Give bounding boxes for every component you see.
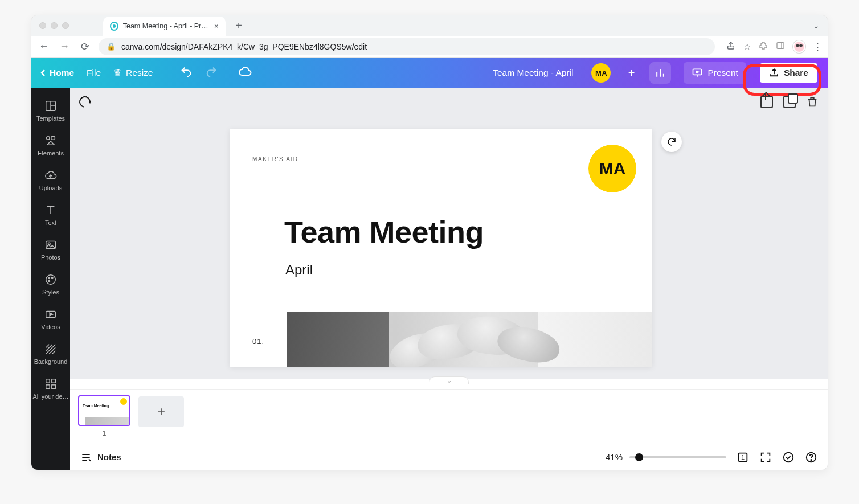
sidebar-item-label: All your de… <box>33 394 69 400</box>
browser-tab[interactable]: Team Meeting - April - Present × <box>103 17 226 36</box>
sidebar-item-label: Background <box>34 359 68 365</box>
presentation-icon <box>692 67 703 79</box>
zoom-value: 41% <box>606 452 623 462</box>
slide-subtitle[interactable]: April <box>285 262 313 278</box>
share-button[interactable]: Share <box>759 62 819 84</box>
tabs-chevron-icon[interactable]: ⌄ <box>813 21 820 30</box>
side-panel-icon[interactable] <box>776 41 785 52</box>
notes-label: Notes <box>97 452 121 462</box>
refresh-icon <box>666 137 677 147</box>
nav-reload-icon[interactable]: ⟳ <box>78 40 92 53</box>
zoom-slider[interactable] <box>629 456 726 458</box>
chevron-left-icon <box>40 69 46 77</box>
traffic-light-min[interactable] <box>51 22 58 29</box>
add-collaborator-button[interactable]: + <box>625 67 637 79</box>
resize-label: Resize <box>126 68 153 78</box>
slide-canvas[interactable]: MAKER'S AID MA Team Meeting April 01. <box>230 129 652 367</box>
sidebar-item-label: Templates <box>36 116 65 122</box>
resize-button[interactable]: ♛ Resize <box>113 68 153 78</box>
sidebar-item-label: Styles <box>42 289 59 296</box>
window-controls[interactable] <box>39 22 69 29</box>
export-page-icon[interactable] <box>760 96 773 108</box>
browser-toolbar: ← → ⟳ 🔒 canva.com/design/DAFAkZPK4_k/Cw_… <box>31 36 828 58</box>
traffic-light-max[interactable] <box>62 22 69 29</box>
extensions-icon[interactable] <box>759 41 768 52</box>
notes-button[interactable]: Notes <box>80 452 121 463</box>
crown-icon: ♛ <box>113 68 121 78</box>
slide-image[interactable] <box>287 312 652 367</box>
sidebar-item-videos[interactable]: Videos <box>31 302 70 337</box>
zoom-control: 41% <box>606 452 726 462</box>
filmstrip-collapse-handle[interactable]: ⌄ <box>70 379 828 389</box>
editor-stage[interactable]: MAKER'S AID MA Team Meeting April 01. <box>70 116 828 379</box>
slide-title[interactable]: Team Meeting <box>284 214 484 249</box>
present-button[interactable]: Present <box>684 62 746 84</box>
new-tab-button[interactable]: + <box>231 18 246 33</box>
svg-point-23 <box>784 452 793 462</box>
file-menu[interactable]: File <box>87 68 101 78</box>
svg-point-12 <box>46 275 56 285</box>
sidebar-item-all-designs[interactable]: All your de… <box>31 372 70 407</box>
undo-icon[interactable] <box>180 65 193 80</box>
collaborator-avatar[interactable]: MA <box>591 63 611 83</box>
add-slide-button[interactable]: + <box>138 396 184 427</box>
thumbnail-index: 1 <box>103 429 107 437</box>
slide-thumbnail[interactable]: Team Meeting 1 <box>78 395 130 437</box>
share-page-icon[interactable] <box>726 41 735 52</box>
svg-marker-9 <box>47 141 55 145</box>
insights-button[interactable] <box>649 62 671 84</box>
lock-icon: 🔒 <box>107 42 116 51</box>
side-panel: Templates Elements Uploads Text Photos S… <box>31 88 70 470</box>
sidebar-item-templates[interactable]: Templates <box>31 94 70 129</box>
slider-handle[interactable] <box>635 453 643 461</box>
sidebar-item-styles[interactable]: Styles <box>31 268 70 302</box>
thumbnail-title: Team Meeting <box>83 404 109 408</box>
canvas-area: MAKER'S AID MA Team Meeting April 01. <box>70 88 828 470</box>
url-text: canva.com/design/DAFAkZPK4_k/Cw_3g_PQE9E… <box>121 42 367 51</box>
browser-tab-strip: Team Meeting - April - Present × + ⌄ <box>31 15 828 36</box>
tab-close-icon[interactable]: × <box>213 22 220 31</box>
traffic-light-close[interactable] <box>39 22 46 29</box>
svg-point-14 <box>51 277 53 279</box>
fullscreen-button[interactable] <box>759 451 772 464</box>
delete-page-icon[interactable] <box>806 96 819 108</box>
address-bar[interactable]: 🔒 canva.com/design/DAFAkZPK4_k/Cw_3g_PQE… <box>99 38 715 55</box>
browser-extension-icons: ☆ ⋮ <box>726 40 822 53</box>
slide-page-number[interactable]: 01. <box>252 337 264 346</box>
present-label: Present <box>707 68 738 78</box>
filmstrip: Team Meeting 1 + <box>70 389 828 444</box>
nav-forward-icon: → <box>58 40 71 52</box>
workspace: Templates Elements Uploads Text Photos S… <box>31 88 828 470</box>
file-label: File <box>87 68 101 78</box>
footer-bar: Notes 41% 1 <box>70 444 828 470</box>
svg-rect-1 <box>777 43 784 49</box>
duplicate-page-icon[interactable] <box>783 96 796 108</box>
cloud-sync-icon[interactable] <box>238 65 252 81</box>
regenerate-button[interactable] <box>661 132 682 152</box>
home-button[interactable]: Home <box>40 68 74 78</box>
svg-rect-20 <box>46 385 50 388</box>
sidebar-item-photos[interactable]: Photos <box>31 233 70 268</box>
svg-rect-8 <box>51 137 55 140</box>
sidebar-item-label: Videos <box>41 324 60 330</box>
svg-point-25 <box>811 459 811 460</box>
canva-favicon <box>110 22 118 31</box>
sidebar-item-text[interactable]: Text <box>31 198 70 233</box>
sidebar-item-label: Elements <box>38 150 64 157</box>
status-check-icon[interactable] <box>782 451 795 464</box>
sidebar-item-elements[interactable]: Elements <box>31 129 70 163</box>
help-button[interactable] <box>805 451 817 464</box>
nav-back-icon[interactable]: ← <box>37 40 51 52</box>
bookmark-star-icon[interactable]: ☆ <box>743 42 751 52</box>
upload-icon <box>769 68 779 78</box>
document-title[interactable]: Team Meeting - April <box>493 68 573 78</box>
slide-brand-text[interactable]: MAKER'S AID <box>252 156 298 162</box>
slide-logo-badge[interactable]: MA <box>588 145 636 192</box>
browser-menu-icon[interactable]: ⋮ <box>813 42 822 52</box>
notes-icon <box>80 452 92 463</box>
page-manager-button[interactable]: 1 <box>737 451 749 464</box>
browser-window: Team Meeting - April - Present × + ⌄ ← →… <box>31 15 828 470</box>
sidebar-item-background[interactable]: Background <box>31 337 70 372</box>
profile-avatar[interactable] <box>793 40 805 53</box>
sidebar-item-uploads[interactable]: Uploads <box>31 163 70 198</box>
